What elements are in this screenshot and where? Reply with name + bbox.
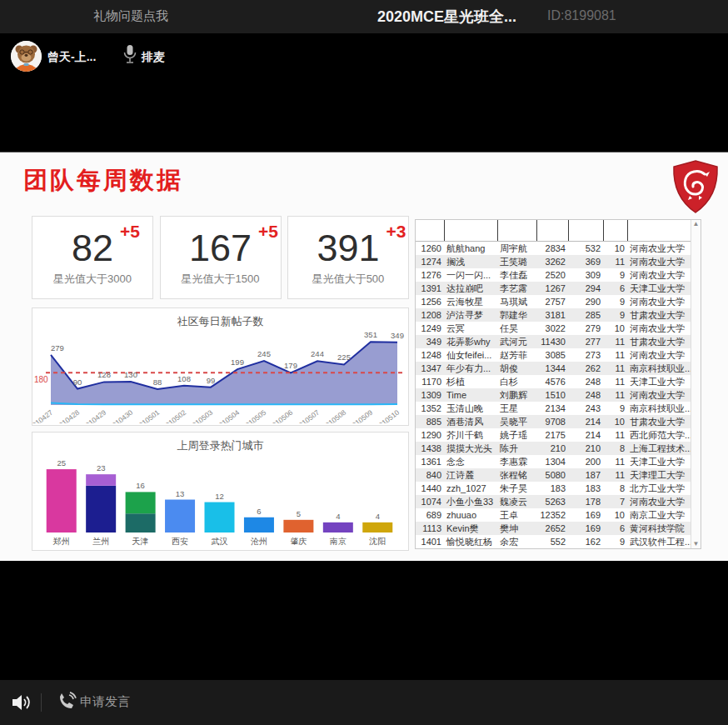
col-header-4[interactable]: 双周增▼ (568, 220, 603, 241)
svg-text:130: 130 (124, 370, 137, 379)
gift-question-link[interactable]: 礼物问题点我 (93, 8, 168, 24)
table-row: 689zhuuao王卓1235216910南京工业大学 (416, 508, 691, 522)
col-header-6[interactable]: 学校 (627, 220, 691, 241)
table-cell: 南京科技职业... (627, 402, 691, 415)
table-row: 1391达拉崩吧李艺露12672946天津工业大学 (416, 282, 691, 295)
table-cell: 吴晓平 (497, 415, 536, 428)
divider (41, 693, 42, 712)
table-cell: 王星 (497, 402, 536, 415)
members-table-body: 1260航航hang周宇航283453210河南农业大学1274搁浅王笑璐326… (416, 242, 691, 548)
svg-text:20210430: 20210430 (104, 408, 134, 423)
table-row: 1256云海牧星马琪斌27572909河南农业大学 (416, 295, 691, 308)
svg-text:20210503: 20210503 (184, 408, 214, 423)
svg-text:12: 12 (215, 492, 224, 501)
table-cell: 9 (603, 308, 627, 322)
hot-cities-chart-panel: 上周登录热门城市 25郑州23兰州16天津13西安12武汉6沧州5肇庆4南京4沈… (32, 432, 409, 551)
top-bar: 礼物问题点我 2020MCE星光班全... ID:8199081 (0, 0, 728, 33)
svg-text:沈阳: 沈阳 (368, 537, 386, 546)
table-cell: 1344 (536, 362, 568, 375)
table-cell: Time (444, 388, 497, 402)
table-cell: 2175 (536, 428, 568, 442)
svg-text:西安: 西安 (172, 537, 188, 546)
table-cell: 天津工业大学 (627, 375, 691, 388)
table-cell: 仙女feifei... (444, 348, 497, 362)
request-speak-phone-icon[interactable] (57, 692, 77, 717)
table-cell: 183 (536, 482, 568, 495)
table-cell: 3085 (536, 348, 568, 362)
scroll-down-icon[interactable]: ▼ (693, 540, 700, 548)
table-cell: 河南农业大学 (627, 242, 691, 255)
table-cell: 11 (603, 455, 627, 468)
table-cell: 念念 (444, 455, 497, 468)
table-cell: 6 (603, 522, 627, 535)
col-header-0[interactable]: UID (416, 220, 444, 241)
svg-text:23: 23 (97, 463, 106, 472)
table-row: 1074小鱼小鱼33魏凌云52631787河南农业大学 (416, 495, 691, 508)
col-header-3[interactable]: 星光值 (536, 220, 568, 241)
table-cell: 天津工业大学 (627, 282, 691, 295)
table-cell: 1309 (416, 388, 444, 402)
table-row: 885酒巷清风吴晓平970821410甘肃农业大学 (416, 415, 691, 428)
table-cell: 芥川千鹤 (444, 428, 497, 442)
members-table-header[interactable]: UID用户名姓名星光值双周增▼月签学校 (416, 220, 691, 242)
avatar[interactable] (11, 41, 42, 72)
svg-text:349: 349 (391, 331, 404, 340)
svg-text:279: 279 (51, 343, 64, 352)
svg-text:20210427: 20210427 (32, 408, 54, 423)
table-cell: 河南农业大学 (627, 295, 691, 308)
table-cell: 甘肃农业大学 (627, 415, 691, 428)
table-cell: 甘肃农业大学 (627, 335, 691, 348)
scroll-up-icon[interactable]: ▲ (693, 220, 700, 228)
table-row: 1347年少有力...胡俊134426211南京科技职业... (416, 362, 691, 375)
col-header-5[interactable]: 月签 (603, 220, 627, 241)
svg-text:179: 179 (284, 361, 297, 370)
table-cell: 11 (603, 335, 627, 348)
table-cell: 214 (568, 428, 603, 442)
table-cell: 李惠霖 (497, 455, 536, 468)
table-row: 1438摸摸大光头陈升2102108上海工程技术... (416, 442, 691, 455)
table-cell: 1274 (416, 255, 444, 268)
table-cell: 北方工业大学 (627, 482, 691, 495)
col-header-1[interactable]: 用户名 (444, 220, 497, 241)
table-row: 1401愉悦晓红杨余宏5521629武汉软件工程... (416, 535, 691, 548)
svg-text:180: 180 (34, 375, 48, 384)
svg-text:武汉: 武汉 (212, 537, 228, 546)
svg-text:4: 4 (336, 512, 340, 521)
table-row: 1290芥川千鹤姚子瑶217521411西北师范大学... (416, 428, 691, 442)
table-cell: 1267 (536, 282, 568, 295)
table-row: 1361念念李惠霖130420011天津工业大学 (416, 455, 691, 468)
table-cell: 年少有力... (444, 362, 497, 375)
stat-value: 82 (72, 227, 113, 269)
microphone-icon (123, 44, 137, 69)
speaker-username: 曾天-上... (47, 50, 96, 65)
members-table: UID用户名姓名星光值双周增▼月签学校 1260航航hang周宇航2834532… (416, 220, 691, 548)
table-cell: 黄河科技学院 (627, 522, 691, 535)
table-cell: Kevin樊 (444, 522, 497, 535)
table-scrollbar[interactable]: ▲ ▼ (691, 220, 701, 548)
table-cell: 8 (603, 442, 627, 455)
table-cell: 河南农业大学 (627, 268, 691, 282)
table-cell: zzh_1027 (444, 482, 497, 495)
table-cell: 李佳磊 (497, 268, 536, 282)
table-row: 1352玉清山晚王星21342439南京科技职业... (416, 402, 691, 415)
table-cell: 2652 (536, 522, 568, 535)
table-cell: 840 (416, 468, 444, 482)
table-cell: 南京工业大学 (627, 508, 691, 522)
svg-text:20210502: 20210502 (157, 408, 187, 423)
table-row: 1309Time刘鹏辉151024811河南农业大学 (416, 388, 691, 402)
stat-caption: 星光值大于3000 (53, 272, 132, 287)
request-speak-button[interactable]: 申请发言 (80, 694, 130, 710)
table-cell: 陈升 (497, 442, 536, 455)
table-cell: 12352 (536, 508, 568, 522)
table-cell: 南京科技职业... (627, 362, 691, 375)
col-header-2[interactable]: 姓名 (497, 220, 536, 241)
speaker-volume-icon[interactable] (11, 692, 32, 716)
table-cell: 白杉 (497, 375, 536, 388)
table-cell: 搁浅 (444, 255, 497, 268)
table-cell: 11 (603, 348, 627, 362)
room-title: 2020MCE星光班全... (377, 7, 516, 27)
mic-queue-button[interactable]: 排麦 (142, 50, 165, 65)
svg-text:90: 90 (73, 378, 82, 387)
hot-cities-bar-chart: 25郑州23兰州16天津13西安12武汉6沧州5肇庆4南京4沈阳 (32, 454, 406, 548)
svg-text:20210429: 20210429 (77, 408, 107, 423)
